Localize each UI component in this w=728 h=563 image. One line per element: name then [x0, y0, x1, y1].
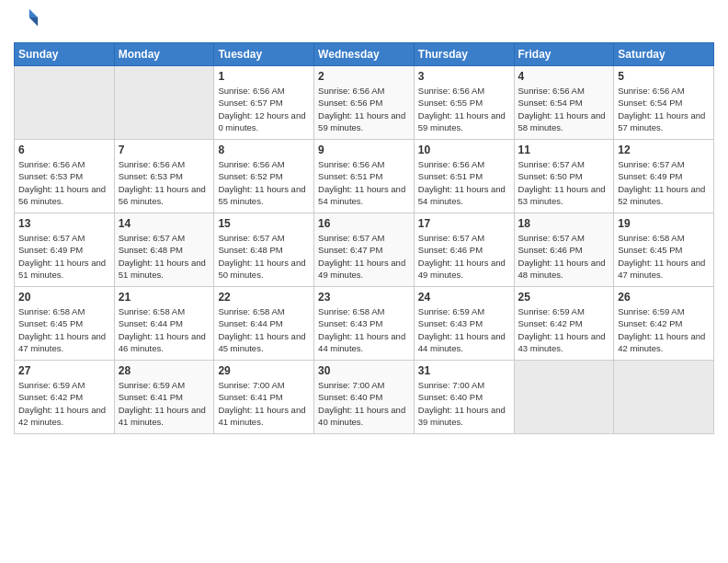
calendar-cell: 12Sunrise: 6:57 AM Sunset: 6:49 PM Dayli… — [614, 140, 714, 213]
day-number: 13 — [18, 217, 110, 230]
day-info: Sunrise: 6:56 AM Sunset: 6:55 PM Dayligh… — [418, 85, 510, 133]
col-header-thursday: Thursday — [414, 43, 514, 66]
day-number: 22 — [218, 291, 310, 304]
logo — [14, 9, 40, 35]
day-number: 5 — [618, 70, 710, 83]
day-info: Sunrise: 7:00 AM Sunset: 6:40 PM Dayligh… — [318, 379, 410, 428]
day-number: 15 — [218, 217, 310, 230]
calendar-cell: 18Sunrise: 6:57 AM Sunset: 6:46 PM Dayli… — [514, 213, 614, 287]
day-info: Sunrise: 6:56 AM Sunset: 6:53 PM Dayligh… — [119, 158, 210, 207]
day-number: 2 — [318, 70, 410, 83]
calendar-cell: 14Sunrise: 6:57 AM Sunset: 6:48 PM Dayli… — [114, 213, 214, 287]
calendar-cell — [114, 66, 214, 140]
day-number: 10 — [418, 144, 510, 156]
week-row-4: 20Sunrise: 6:58 AM Sunset: 6:45 PM Dayli… — [15, 287, 714, 361]
day-number: 21 — [119, 291, 210, 304]
calendar-cell: 2Sunrise: 6:56 AM Sunset: 6:56 PM Daylig… — [314, 66, 415, 140]
day-number: 24 — [418, 291, 510, 304]
day-info: Sunrise: 6:56 AM Sunset: 6:51 PM Dayligh… — [318, 158, 410, 207]
week-row-3: 13Sunrise: 6:57 AM Sunset: 6:49 PM Dayli… — [15, 213, 714, 287]
calendar-cell: 24Sunrise: 6:59 AM Sunset: 6:43 PM Dayli… — [414, 287, 514, 361]
calendar-header-row: SundayMondayTuesdayWednesdayThursdayFrid… — [15, 43, 714, 66]
day-number: 30 — [318, 364, 410, 377]
calendar-cell — [15, 66, 115, 140]
logo-icon — [14, 6, 40, 31]
day-info: Sunrise: 6:58 AM Sunset: 6:44 PM Dayligh… — [119, 305, 210, 354]
day-number: 23 — [318, 291, 410, 304]
day-info: Sunrise: 6:57 AM Sunset: 6:46 PM Dayligh… — [518, 232, 610, 281]
calendar-cell: 22Sunrise: 6:58 AM Sunset: 6:44 PM Dayli… — [214, 287, 314, 361]
day-number: 6 — [18, 144, 110, 156]
calendar-cell: 7Sunrise: 6:56 AM Sunset: 6:53 PM Daylig… — [114, 140, 214, 213]
day-number: 14 — [119, 217, 210, 230]
calendar-cell: 6Sunrise: 6:56 AM Sunset: 6:53 PM Daylig… — [15, 140, 115, 213]
calendar-cell: 15Sunrise: 6:57 AM Sunset: 6:48 PM Dayli… — [214, 213, 314, 287]
calendar-cell: 29Sunrise: 7:00 AM Sunset: 6:41 PM Dayli… — [214, 361, 314, 434]
day-number: 9 — [318, 144, 410, 156]
day-number: 8 — [218, 144, 310, 156]
day-number: 25 — [518, 291, 610, 304]
calendar-cell: 31Sunrise: 7:00 AM Sunset: 6:40 PM Dayli… — [414, 361, 514, 434]
calendar-cell: 25Sunrise: 6:59 AM Sunset: 6:42 PM Dayli… — [514, 287, 614, 361]
day-info: Sunrise: 6:56 AM Sunset: 6:53 PM Dayligh… — [18, 158, 110, 207]
calendar-cell: 28Sunrise: 6:59 AM Sunset: 6:41 PM Dayli… — [114, 361, 214, 434]
day-info: Sunrise: 6:57 AM Sunset: 6:47 PM Dayligh… — [318, 232, 410, 281]
calendar-cell: 9Sunrise: 6:56 AM Sunset: 6:51 PM Daylig… — [314, 140, 415, 213]
calendar-cell: 19Sunrise: 6:58 AM Sunset: 6:45 PM Dayli… — [614, 213, 714, 287]
calendar-cell: 20Sunrise: 6:58 AM Sunset: 6:45 PM Dayli… — [15, 287, 115, 361]
calendar-cell: 3Sunrise: 6:56 AM Sunset: 6:55 PM Daylig… — [414, 66, 514, 140]
day-number: 3 — [418, 70, 510, 83]
calendar-cell: 16Sunrise: 6:57 AM Sunset: 6:47 PM Dayli… — [314, 213, 415, 287]
week-row-5: 27Sunrise: 6:59 AM Sunset: 6:42 PM Dayli… — [15, 361, 714, 434]
week-row-1: 1Sunrise: 6:56 AM Sunset: 6:57 PM Daylig… — [15, 66, 714, 140]
col-header-saturday: Saturday — [614, 43, 714, 66]
calendar-cell: 13Sunrise: 6:57 AM Sunset: 6:49 PM Dayli… — [15, 213, 115, 287]
day-info: Sunrise: 7:00 AM Sunset: 6:41 PM Dayligh… — [218, 379, 310, 428]
calendar-cell: 4Sunrise: 6:56 AM Sunset: 6:54 PM Daylig… — [514, 66, 614, 140]
calendar-cell: 26Sunrise: 6:59 AM Sunset: 6:42 PM Dayli… — [614, 287, 714, 361]
day-info: Sunrise: 6:56 AM Sunset: 6:54 PM Dayligh… — [618, 85, 710, 133]
day-info: Sunrise: 6:57 AM Sunset: 6:49 PM Dayligh… — [618, 158, 710, 207]
day-info: Sunrise: 6:57 AM Sunset: 6:46 PM Dayligh… — [418, 232, 510, 281]
day-number: 26 — [618, 291, 710, 304]
day-info: Sunrise: 6:57 AM Sunset: 6:49 PM Dayligh… — [18, 232, 110, 281]
day-info: Sunrise: 6:59 AM Sunset: 6:42 PM Dayligh… — [18, 379, 110, 428]
day-info: Sunrise: 6:58 AM Sunset: 6:44 PM Dayligh… — [218, 305, 310, 354]
day-info: Sunrise: 6:59 AM Sunset: 6:42 PM Dayligh… — [518, 305, 610, 354]
col-header-friday: Friday — [514, 43, 614, 66]
day-info: Sunrise: 6:57 AM Sunset: 6:48 PM Dayligh… — [119, 232, 210, 281]
col-header-tuesday: Tuesday — [214, 43, 314, 66]
header — [14, 9, 714, 35]
day-info: Sunrise: 6:57 AM Sunset: 6:48 PM Dayligh… — [218, 232, 310, 281]
day-number: 11 — [518, 144, 610, 156]
day-number: 7 — [119, 144, 210, 156]
svg-marker-0 — [29, 9, 38, 17]
day-number: 4 — [518, 70, 610, 83]
calendar-cell — [514, 361, 614, 434]
day-info: Sunrise: 6:59 AM Sunset: 6:42 PM Dayligh… — [618, 305, 710, 354]
day-info: Sunrise: 6:58 AM Sunset: 6:43 PM Dayligh… — [318, 305, 410, 354]
calendar-cell: 23Sunrise: 6:58 AM Sunset: 6:43 PM Dayli… — [314, 287, 415, 361]
day-number: 18 — [518, 217, 610, 230]
calendar-table: SundayMondayTuesdayWednesdayThursdayFrid… — [14, 42, 714, 434]
day-number: 19 — [618, 217, 710, 230]
calendar-cell: 5Sunrise: 6:56 AM Sunset: 6:54 PM Daylig… — [614, 66, 714, 140]
col-header-sunday: Sunday — [15, 43, 115, 66]
day-info: Sunrise: 6:58 AM Sunset: 6:45 PM Dayligh… — [18, 305, 110, 354]
svg-marker-1 — [29, 17, 38, 26]
day-number: 16 — [318, 217, 410, 230]
day-number: 29 — [218, 364, 310, 377]
calendar-cell: 17Sunrise: 6:57 AM Sunset: 6:46 PM Dayli… — [414, 213, 514, 287]
day-info: Sunrise: 6:56 AM Sunset: 6:54 PM Dayligh… — [518, 85, 610, 133]
calendar-cell: 8Sunrise: 6:56 AM Sunset: 6:52 PM Daylig… — [214, 140, 314, 213]
calendar-cell: 11Sunrise: 6:57 AM Sunset: 6:50 PM Dayli… — [514, 140, 614, 213]
col-header-wednesday: Wednesday — [314, 43, 415, 66]
calendar-container: SundayMondayTuesdayWednesdayThursdayFrid… — [0, 0, 728, 448]
day-number: 17 — [418, 217, 510, 230]
day-info: Sunrise: 6:56 AM Sunset: 6:56 PM Dayligh… — [318, 85, 410, 133]
day-info: Sunrise: 6:56 AM Sunset: 6:57 PM Dayligh… — [218, 85, 310, 133]
day-number: 28 — [119, 364, 210, 377]
day-info: Sunrise: 7:00 AM Sunset: 6:40 PM Dayligh… — [418, 379, 510, 428]
day-number: 1 — [218, 70, 310, 83]
calendar-cell: 21Sunrise: 6:58 AM Sunset: 6:44 PM Dayli… — [114, 287, 214, 361]
